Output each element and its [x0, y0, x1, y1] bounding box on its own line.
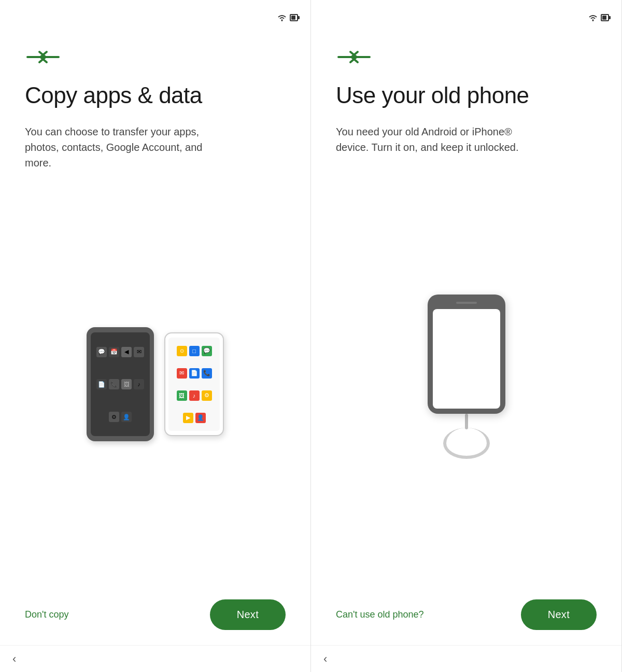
- app-icon: 💬: [96, 347, 107, 357]
- status-icons-2: [588, 14, 609, 21]
- phone-speaker: [456, 302, 477, 304]
- transfer-icon-1: [25, 47, 286, 67]
- cant-use-old-phone-link[interactable]: Can't use old phone?: [336, 609, 424, 620]
- app-icon: ⚙: [109, 412, 119, 422]
- status-bar-2: [311, 0, 621, 26]
- battery-icon-1: [290, 14, 298, 21]
- app-icon: 📄: [189, 368, 200, 379]
- page-title-2: Use your old phone: [336, 82, 597, 109]
- app-icon: 👤: [195, 413, 206, 423]
- status-bar-1: [0, 0, 310, 26]
- app-icon: ✉: [177, 368, 187, 379]
- arrows-icon-1: [25, 47, 61, 67]
- svg-point-1: [592, 20, 594, 21]
- nav-bar-2: ‹: [311, 645, 621, 672]
- app-icon: 📄: [96, 379, 107, 389]
- screen-use-old-phone: Use your old phone You need your old And…: [311, 0, 622, 672]
- new-phone-light: ⊙ □ 💬 ✉ 📄 📞 🖼 ♪ ⚙ ▶ 👤: [164, 332, 224, 436]
- content-2: Use your old phone You need your old And…: [311, 26, 621, 588]
- illustration-area-2: [336, 155, 597, 588]
- page-description-1: You can choose to transfer your apps, ph…: [25, 124, 222, 171]
- app-icon: □: [189, 346, 200, 356]
- cable-illustration: [443, 414, 490, 459]
- app-icon: ▶: [183, 413, 193, 423]
- status-icons-1: [277, 14, 298, 21]
- page-title-1: Copy apps & data: [25, 82, 286, 109]
- app-icon: 📅: [109, 347, 119, 357]
- wifi-icon-2: [588, 14, 598, 21]
- app-icon: 📞: [202, 368, 212, 379]
- back-button-2[interactable]: ‹: [323, 652, 327, 666]
- next-button-2[interactable]: Next: [521, 599, 597, 630]
- app-icon: ⚙: [202, 390, 212, 401]
- transfer-icon-2: [336, 47, 597, 67]
- app-icon: ✉: [134, 347, 144, 357]
- app-icon: 📞: [109, 379, 119, 389]
- page-description-2: You need your old Android or iPhone® dev…: [336, 124, 533, 155]
- app-icon: ♪: [134, 379, 144, 389]
- old-phone-screen-white: [433, 309, 500, 409]
- app-icon: 👤: [121, 412, 132, 422]
- svg-point-0: [281, 20, 283, 21]
- app-icon: ⊙: [177, 346, 187, 356]
- app-icon: 💬: [202, 346, 212, 356]
- cable-loop: [443, 428, 490, 459]
- phones-illustration: 💬 📅 ◀ ✉ 📄 📞 🖼 ♪ ⚙ 👤: [87, 327, 224, 441]
- app-icon: ♪: [189, 390, 200, 401]
- back-button-1[interactable]: ‹: [12, 652, 16, 666]
- app-icon: 🖼: [177, 390, 187, 401]
- nav-bar-1: ‹: [0, 645, 310, 672]
- next-button-1[interactable]: Next: [210, 599, 286, 630]
- footer-2: Can't use old phone? Next: [311, 588, 621, 645]
- old-phone-with-cable: [428, 295, 505, 459]
- app-icon: 🖼: [121, 379, 132, 389]
- footer-1: Don't copy Next: [0, 588, 310, 645]
- old-phone-illustration: [428, 295, 505, 414]
- new-phone-screen: ⊙ □ 💬 ✉ 📄 📞 🖼 ♪ ⚙ ▶ 👤: [168, 338, 220, 431]
- wifi-icon: [277, 14, 287, 21]
- old-phone-screen: 💬 📅 ◀ ✉ 📄 📞 🖼 ♪ ⚙ 👤: [91, 332, 150, 436]
- content-1: Copy apps & data You can choose to trans…: [0, 26, 310, 588]
- battery-icon-2: [601, 14, 609, 21]
- app-icon: ◀: [121, 347, 132, 357]
- old-phone-dark: 💬 📅 ◀ ✉ 📄 📞 🖼 ♪ ⚙ 👤: [87, 327, 154, 441]
- dont-copy-link[interactable]: Don't copy: [25, 609, 68, 620]
- arrows-icon-2: [336, 47, 372, 67]
- illustration-area-1: 💬 📅 ◀ ✉ 📄 📞 🖼 ♪ ⚙ 👤: [25, 171, 286, 588]
- cable-straight: [465, 414, 468, 429]
- screen-copy-apps: Copy apps & data You can choose to trans…: [0, 0, 311, 672]
